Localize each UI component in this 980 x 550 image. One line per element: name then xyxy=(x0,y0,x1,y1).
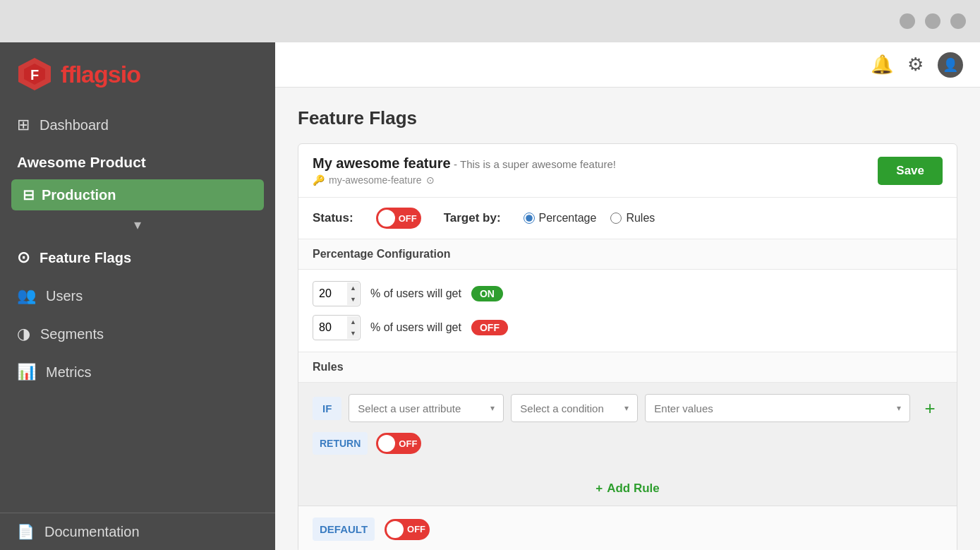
sidebar-dashboard-label: Dashboard xyxy=(40,117,109,133)
bell-icon[interactable]: 🔔 xyxy=(871,54,893,76)
user-avatar[interactable]: 👤 xyxy=(938,52,963,78)
return-toggle-text: OFF xyxy=(399,438,417,449)
window-dot-1 xyxy=(900,13,915,29)
main-content-area: 🔔 ⚙ 👤 Feature Flags My awesome feature -… xyxy=(275,42,980,550)
logo-icon: F xyxy=(17,56,52,92)
default-toggle[interactable]: OFF xyxy=(385,519,430,540)
badge-off: OFF xyxy=(471,320,508,335)
default-label: DEFAULT xyxy=(313,518,375,541)
spin-down-off[interactable]: ▼ xyxy=(347,328,359,339)
percent-text-off: % of users will get xyxy=(370,321,461,334)
toggle-text: OFF xyxy=(399,213,417,224)
return-toggle-knob xyxy=(378,435,395,452)
radio-rules-label: Rules xyxy=(626,212,655,225)
status-label: Status: xyxy=(313,211,353,225)
percentage-config: ▲ ▼ % of users will get ON ▲ xyxy=(298,270,957,352)
spin-up-on[interactable]: ▲ xyxy=(347,282,359,294)
values-placeholder: Enter values xyxy=(654,402,713,414)
add-rule-label: Add Rule xyxy=(607,482,660,496)
sidebar-item-metrics[interactable]: 📊 Metrics xyxy=(0,353,275,391)
logo: F fflagsio xyxy=(0,42,275,106)
sidebar: F fflagsio ⊞ Dashboard Awesome Product ⊟… xyxy=(0,42,275,550)
logo-accent: f xyxy=(61,61,68,88)
dashboard-icon: ⊞ xyxy=(17,116,30,134)
avatar-icon-inner: 👤 xyxy=(943,57,958,73)
window-dot-3 xyxy=(950,13,966,29)
spin-up-off[interactable]: ▲ xyxy=(347,316,359,328)
sidebar-product-name: Awesome Product xyxy=(0,144,275,174)
documentation-icon: 📄 xyxy=(17,523,35,540)
condition-select[interactable]: Select a condition ▾ xyxy=(511,394,638,422)
attribute-chevron-icon: ▾ xyxy=(490,403,495,413)
add-condition-button[interactable]: + xyxy=(917,395,943,421)
window-dot-2 xyxy=(925,13,940,29)
sidebar-item-users[interactable]: 👥 Users xyxy=(0,277,275,315)
env-icon: ⊟ xyxy=(23,186,35,203)
sidebar-metrics-label: Metrics xyxy=(46,364,91,381)
flag-slug-text: my-awesome-feature xyxy=(329,174,422,186)
key-icon: 🔑 xyxy=(313,174,325,186)
return-toggle[interactable]: OFF xyxy=(376,433,421,454)
segments-icon: ◑ xyxy=(17,325,30,343)
status-toggle[interactable]: OFF xyxy=(376,208,421,229)
percentage-section-header: Percentage Configuration xyxy=(298,239,957,270)
flag-slug-row: 🔑 my-awesome-feature ⊙ xyxy=(313,174,616,186)
user-attribute-select[interactable]: Select a user attribute ▾ xyxy=(349,394,504,422)
flag-card-header: My awesome feature - This is a super awe… xyxy=(298,144,957,198)
env-label: Production xyxy=(42,187,116,203)
save-button[interactable]: Save xyxy=(878,157,943,185)
default-toggle-knob xyxy=(387,521,404,538)
feature-flags-icon: ⊙ xyxy=(17,249,30,267)
sidebar-footer-documentation[interactable]: 📄 Documentation xyxy=(0,513,275,550)
toggle-knob xyxy=(378,210,395,227)
flag-title-row: My awesome feature - This is a super awe… xyxy=(313,155,616,172)
return-row: RETURN OFF xyxy=(313,432,943,455)
target-radio-group: Percentage Rules xyxy=(524,212,655,225)
condition-chevron-icon: ▾ xyxy=(624,403,629,413)
env-chevron[interactable]: ▾ xyxy=(0,216,275,239)
main-header: 🔔 ⚙ 👤 xyxy=(275,42,980,88)
sidebar-feature-flags-label: Feature Flags xyxy=(40,250,131,266)
spin-btns-off: ▲ ▼ xyxy=(347,316,359,339)
app-body: F fflagsio ⊞ Dashboard Awesome Product ⊟… xyxy=(0,42,980,550)
sidebar-item-feature-flags[interactable]: ⊙ Feature Flags xyxy=(0,239,275,277)
radio-percentage[interactable]: Percentage xyxy=(524,212,597,225)
radio-rules[interactable]: Rules xyxy=(610,212,655,225)
rule-if-row: IF Select a user attribute ▾ Select a co… xyxy=(313,394,943,422)
gear-icon[interactable]: ⚙ xyxy=(907,54,924,76)
add-rule-row: + Add Rule xyxy=(298,472,957,506)
condition-placeholder: Select a condition xyxy=(520,402,603,414)
radio-percentage-input[interactable] xyxy=(524,213,535,224)
copy-icon[interactable]: ⊙ xyxy=(426,174,435,186)
default-toggle-text: OFF xyxy=(407,524,425,534)
logo-text: fflagsio xyxy=(61,61,140,88)
sidebar-users-label: Users xyxy=(46,288,83,304)
sidebar-segments-label: Segments xyxy=(40,326,104,342)
values-chevron-icon: ▾ xyxy=(897,403,901,413)
sidebar-environment[interactable]: ⊟ Production xyxy=(11,179,264,210)
main-content: Feature Flags My awesome feature - This … xyxy=(275,88,980,550)
badge-on: ON xyxy=(471,286,503,301)
header-icons: 🔔 ⚙ 👤 xyxy=(871,52,963,78)
target-by-label: Target by: xyxy=(444,211,501,225)
flag-title: My awesome feature xyxy=(313,155,451,171)
percent-row-off: ▲ ▼ % of users will get OFF xyxy=(313,315,943,340)
values-input[interactable]: Enter values ▾ xyxy=(645,394,910,422)
percent-row-on: ▲ ▼ % of users will get ON xyxy=(313,281,943,306)
metrics-icon: 📊 xyxy=(17,363,36,381)
sidebar-item-dashboard[interactable]: ⊞ Dashboard xyxy=(0,106,275,144)
add-rule-button[interactable]: + Add Rule xyxy=(595,482,660,496)
add-rule-plus-icon: + xyxy=(595,482,603,496)
percent-text-on: % of users will get xyxy=(370,287,461,300)
return-label: RETURN xyxy=(313,432,368,455)
radio-rules-input[interactable] xyxy=(610,213,622,224)
if-label: IF xyxy=(313,397,341,420)
percent-input-off-wrap: ▲ ▼ xyxy=(313,315,361,340)
spin-down-on[interactable]: ▼ xyxy=(347,294,359,305)
users-icon: 👥 xyxy=(17,287,36,305)
radio-percentage-label: Percentage xyxy=(539,212,597,225)
spin-btns-on: ▲ ▼ xyxy=(347,282,359,305)
sidebar-item-segments[interactable]: ◑ Segments xyxy=(0,315,275,353)
percent-input-on-wrap: ▲ ▼ xyxy=(313,281,361,306)
rules-section-header: Rules xyxy=(298,352,957,383)
